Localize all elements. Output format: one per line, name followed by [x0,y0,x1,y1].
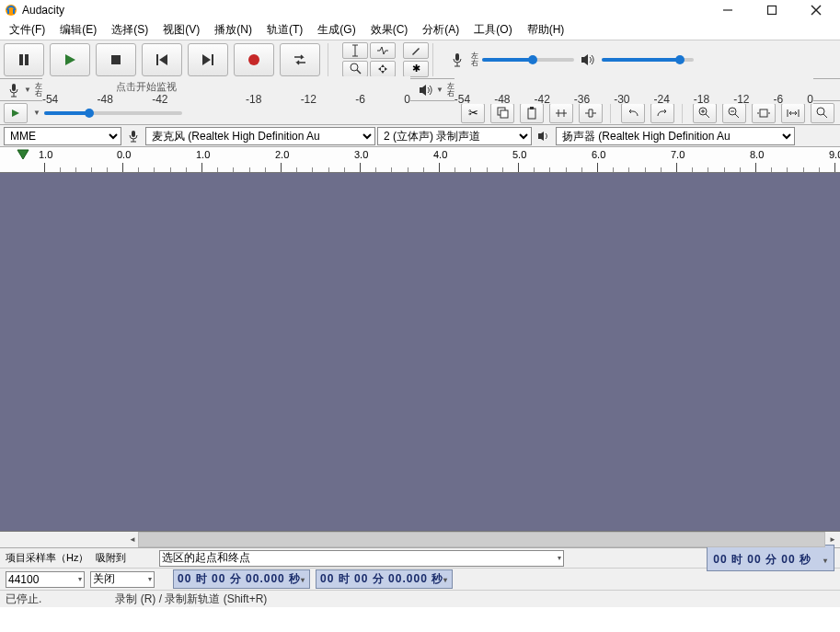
close-button[interactable] [803,1,829,19]
selection-tool-icon[interactable] [342,42,368,59]
timeline-ruler[interactable]: 1.00.01.02.03.04.05.06.07.08.09.0 [0,147,840,173]
svg-marker-13 [202,54,211,65]
svg-marker-42 [17,150,29,159]
zoom-out-icon[interactable] [722,103,746,123]
envelope-tool-icon[interactable] [370,42,396,59]
redo-icon[interactable] [650,103,674,123]
zoom-sel-icon[interactable] [752,103,776,123]
project-rate-select[interactable]: 44100▾ [6,571,85,588]
svg-rect-14 [212,54,213,65]
app-logo-icon [4,3,18,17]
loop-button[interactable] [280,43,320,76]
playhead-marker-icon[interactable] [17,149,29,160]
tools-grid2: ✱ [403,42,429,77]
menu-help[interactable]: 帮助(H) [522,20,570,40]
svg-rect-4 [768,6,777,15]
scroll-left-icon[interactable]: ◄ [129,535,136,544]
selection-label-row: 项目采样率（Hz） 吸附到 选区的起点和终点▾ 00 时 00 分 00 秒 ▾ [0,548,840,569]
svg-line-33 [706,114,709,118]
rec-volume-slider[interactable] [482,58,574,62]
skip-end-button[interactable] [188,43,228,76]
separator [328,43,333,76]
minimize-button[interactable] [715,1,741,19]
selection-mode-select[interactable]: 选区的起点和终点▾ [159,550,564,567]
pause-button[interactable] [4,43,44,76]
zoom-toggle-icon[interactable] [811,103,834,123]
menu-tools[interactable]: 工具(O) [468,20,517,40]
menu-view[interactable]: 视图(V) [157,20,205,40]
menu-tracks[interactable]: 轨道(T) [261,20,308,40]
mic-icon[interactable] [447,50,467,70]
svg-rect-10 [111,55,121,64]
timeshift-tool-icon[interactable]: ✱ [403,61,429,77]
menu-edit[interactable]: 编辑(E) [54,20,102,40]
svg-marker-12 [159,54,167,65]
window-title: Audacity [22,4,715,17]
h-scroll-row: ◄ ► [0,532,840,548]
zoom-in-icon[interactable] [693,103,717,123]
svg-line-36 [735,114,739,118]
svg-marker-9 [65,54,75,65]
rec-meter: 左 右 [447,50,694,70]
menu-transport[interactable]: 播放(N) [209,20,258,40]
rec-meter-row: ▼ 左 右 点击开始监视 -54 -48 -42 -18 -12 -6 0 ▼ … [0,79,840,101]
snap-to-label: 吸附到 [96,551,126,565]
snap-to-select[interactable]: 关闭▾ [90,571,155,588]
play-level-meter[interactable]: -54 -48 -42 -36 -30 -24 -18 -12 -6 0 [455,76,813,104]
undo-icon[interactable] [621,103,645,123]
copy-icon[interactable] [490,103,514,123]
menu-analyze[interactable]: 分析(A) [417,20,465,40]
selection-end-display[interactable]: 00 时 00 分 00.000 秒▾ [316,569,453,589]
separator [432,43,438,76]
silence-icon[interactable] [579,103,603,123]
rec-device-icon [123,126,144,146]
selection-start-display[interactable]: 00 时 00 分 00.000 秒▾ [173,569,310,589]
paste-icon[interactable] [520,103,544,123]
play-device-select[interactable]: 扬声器 (Realtek High Definition Au [556,127,795,145]
rec-device-select[interactable]: 麦克风 (Realtek High Definition Au [145,127,375,145]
svg-rect-11 [156,54,158,65]
svg-rect-23 [12,84,16,91]
menu-effect[interactable]: 效果(C) [365,20,414,40]
mic-meter-icon[interactable] [4,80,24,100]
zoom-fit-icon[interactable] [781,103,805,123]
project-rate-label: 项目采样率（Hz） [6,551,88,565]
menu-select[interactable]: 选择(S) [106,20,154,40]
rec-channels-select[interactable]: 2 (立体声) 录制声道 [377,127,532,145]
speaker-icon[interactable] [578,50,598,70]
record-button[interactable] [234,43,274,76]
selection-value-row: 44100▾ 关闭▾ 00 时 00 分 00.000 秒▾ 00 时 00 分… [0,569,840,591]
menu-file[interactable]: 文件(F) [4,20,51,40]
multi-tool-icon[interactable] [370,61,396,77]
stop-button[interactable] [96,43,136,76]
svg-rect-7 [19,54,23,65]
play-button[interactable] [50,43,90,76]
rec-level-meter[interactable]: 点击开始监视 -54 -48 -42 -18 -12 -6 0 [42,76,410,104]
scroll-right-icon[interactable]: ► [829,535,836,544]
svg-rect-21 [455,53,459,61]
trim-icon[interactable] [549,103,573,123]
status-bar: 已停止. 录制 (R) / 录制新轨道 (Shift+R) [0,591,840,607]
svg-line-20 [357,70,361,74]
svg-rect-8 [25,54,29,65]
transport-toolbar-row: ✱ 左 右 [0,40,840,79]
status-text: 已停止. [6,592,41,607]
scrub-play-icon[interactable] [4,103,28,123]
play-volume-slider[interactable] [602,58,694,62]
maximize-button[interactable] [759,1,785,19]
skip-start-button[interactable] [142,43,182,76]
speaker-meter-icon[interactable] [416,80,436,100]
menu-generate[interactable]: 生成(G) [312,20,361,40]
audio-host-select[interactable]: MME [4,127,121,145]
h-scrollbar[interactable] [138,532,825,547]
playback-speed-slider[interactable] [44,111,182,115]
cut-icon[interactable]: ✂ [461,103,485,123]
svg-marker-41 [538,132,544,141]
zoom-tool-icon[interactable] [342,61,368,77]
play-device-icon [534,126,554,146]
track-area[interactable] [0,173,840,532]
draw-tool-icon[interactable] [403,42,429,59]
titlebar: Audacity [0,0,840,20]
svg-point-19 [351,63,358,71]
audio-position-display[interactable]: 00 时 00 分 00 秒 ▾ [707,545,834,571]
